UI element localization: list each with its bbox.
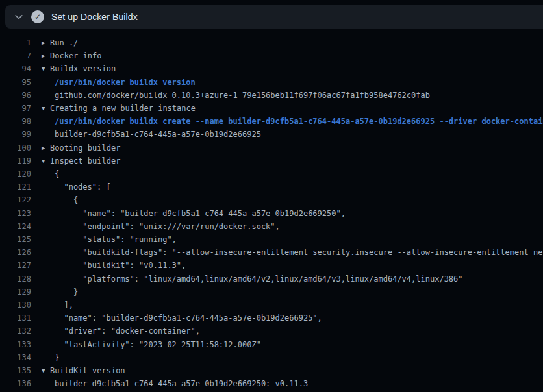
log-line: 95/usr/bin/docker buildx version [0, 76, 543, 89]
log-output-text: "lastActivity": "2023-02-25T11:58:12.000… [42, 338, 261, 351]
line-number[interactable]: 130 [0, 299, 31, 312]
line-number[interactable]: 135 [0, 364, 31, 377]
log-line: 97▼Creating a new builder instance [0, 102, 543, 115]
triangle-down-icon[interactable]: ▼ [42, 102, 50, 115]
line-number[interactable]: 136 [0, 377, 31, 390]
log-line: 131 "name": "builder-d9cfb5a1-c764-445a-… [0, 312, 543, 325]
line-number[interactable]: 97 [0, 102, 31, 115]
log-output-text: "nodes": [ [42, 180, 111, 193]
line-number[interactable]: 100 [0, 141, 31, 154]
line-number[interactable]: 119 [0, 154, 31, 167]
log-output-text: "buildkitd-flags": "--allow-insecure-ent… [42, 246, 543, 259]
log-group-header[interactable]: ▼Buildx version [42, 62, 116, 75]
log-line: 119▼Inspect builder [0, 154, 543, 167]
line-number[interactable]: 132 [0, 325, 31, 337]
log-group-header[interactable]: ▶Run ./ [42, 36, 78, 49]
group-label: Buildx version [50, 64, 116, 73]
line-number[interactable]: 131 [0, 312, 31, 325]
log-line: 128 "platforms": "linux/amd64,linux/amd6… [0, 273, 543, 286]
group-label: Creating a new builder instance [50, 104, 196, 113]
triangle-down-icon[interactable]: ▼ [42, 62, 50, 75]
log-output-text: { [42, 193, 78, 206]
log-group-header[interactable]: ▼Inspect builder [42, 154, 120, 167]
log-output-text: } [42, 286, 78, 299]
log-line: 126 "buildkitd-flags": "--allow-insecure… [0, 246, 543, 259]
log-output-text: "platforms": "linux/amd64,linux/amd64/v2… [42, 273, 463, 286]
line-number[interactable]: 98 [0, 115, 31, 128]
log-output-text: "buildkit": "v0.11.3", [42, 259, 186, 272]
log-line: 130 ], [0, 299, 543, 312]
line-number[interactable]: 134 [0, 351, 31, 364]
line-number[interactable]: 94 [0, 62, 31, 75]
step-header[interactable]: ✓ Set up Docker Buildx [5, 5, 543, 29]
line-number[interactable]: 127 [0, 259, 31, 272]
log-line: 96github.com/docker/buildx 0.10.3+azure-… [0, 89, 543, 102]
triangle-right-icon[interactable]: ▶ [42, 49, 50, 62]
log-line: 127 "buildkit": "v0.11.3", [0, 259, 543, 272]
log-output-text: github.com/docker/buildx 0.10.3+azure-1 … [42, 89, 430, 102]
log-output-text: } [42, 351, 59, 364]
log-output-text: "name": "builder-d9cfb5a1-c764-445a-a57e… [42, 207, 346, 220]
group-label: Run ./ [50, 38, 78, 47]
log-command-text: /usr/bin/docker buildx create --name bui… [42, 115, 543, 128]
line-number[interactable]: 129 [0, 286, 31, 299]
triangle-right-icon[interactable]: ▶ [42, 141, 50, 154]
log-line: 120{ [0, 167, 543, 180]
line-number[interactable]: 126 [0, 246, 31, 259]
triangle-right-icon[interactable]: ▶ [42, 36, 50, 49]
log-line: 98/usr/bin/docker buildx create --name b… [0, 115, 543, 128]
group-label: BuildKit version [50, 366, 125, 375]
group-label: Booting builder [50, 143, 120, 153]
log-output-text: builder-d9cfb5a1-c764-445a-a57e-0b19d2e6… [42, 128, 261, 141]
line-number[interactable]: 124 [0, 220, 31, 233]
log-line: 124 "endpoint": "unix:///var/run/docker.… [0, 220, 543, 233]
group-label: Inspect builder [50, 156, 120, 165]
log-output-text: "driver": "docker-container", [42, 325, 200, 337]
line-number[interactable]: 96 [0, 89, 31, 102]
log-output-text: "status": "running", [42, 233, 177, 246]
log-line: 132 "driver": "docker-container", [0, 325, 543, 337]
log-line: 99builder-d9cfb5a1-c764-445a-a57e-0b19d2… [0, 128, 543, 141]
line-number[interactable]: 123 [0, 207, 31, 220]
line-number[interactable]: 7 [0, 49, 31, 62]
log-group-header[interactable]: ▶Docker info [42, 49, 101, 62]
log-line: 136builder-d9cfb5a1-c764-445a-a57e-0b19d… [0, 377, 543, 390]
log-group-header[interactable]: ▼BuildKit version [42, 364, 125, 377]
log-line: 100▶Booting builder [0, 141, 543, 154]
chevron-down-icon[interactable] [14, 12, 24, 22]
log-line: 123 "name": "builder-d9cfb5a1-c764-445a-… [0, 207, 543, 220]
log-line: 134} [0, 351, 543, 364]
log-group-header[interactable]: ▶Booting builder [42, 141, 120, 154]
log-line: 129 } [0, 286, 543, 299]
triangle-down-icon[interactable]: ▼ [42, 154, 50, 167]
log-line: 135▼BuildKit version [0, 364, 543, 377]
line-number[interactable]: 120 [0, 167, 31, 180]
line-number[interactable]: 125 [0, 233, 31, 246]
group-label: Docker info [50, 51, 101, 60]
log-command-text: /usr/bin/docker buildx version [42, 76, 196, 89]
log-container: 1▶Run ./7▶Docker info94▼Buildx version95… [0, 29, 543, 392]
triangle-down-icon[interactable]: ▼ [42, 364, 50, 377]
log-output-text: "endpoint": "unix:///var/run/docker.sock… [42, 220, 280, 233]
log-line: 125 "status": "running", [0, 233, 543, 246]
line-number[interactable]: 133 [0, 338, 31, 351]
log-output-text: builder-d9cfb5a1-c764-445a-a57e-0b19d2e6… [42, 377, 308, 390]
log-output-text: "name": "builder-d9cfb5a1-c764-445a-a57e… [42, 312, 322, 325]
log-group-header[interactable]: ▼Creating a new builder instance [42, 102, 196, 115]
line-number[interactable]: 121 [0, 180, 31, 193]
log-line: 1▶Run ./ [0, 36, 543, 49]
log-line: 7▶Docker info [0, 49, 543, 62]
line-number[interactable]: 128 [0, 273, 31, 286]
log-output-text: { [42, 167, 59, 180]
line-number[interactable]: 95 [0, 76, 31, 89]
log-line: 133 "lastActivity": "2023-02-25T11:58:12… [0, 338, 543, 351]
log-line: 122 { [0, 193, 543, 206]
check-circle-icon: ✓ [31, 10, 44, 23]
line-number[interactable]: 1 [0, 36, 31, 49]
step-title: Set up Docker Buildx [51, 12, 138, 22]
line-number[interactable]: 122 [0, 193, 31, 206]
check-mark: ✓ [34, 12, 41, 21]
line-number[interactable]: 99 [0, 128, 31, 141]
log-line: 94▼Buildx version [0, 62, 543, 75]
log-viewer: ✓ Set up Docker Buildx 1▶Run ./7▶Docker … [0, 0, 543, 392]
